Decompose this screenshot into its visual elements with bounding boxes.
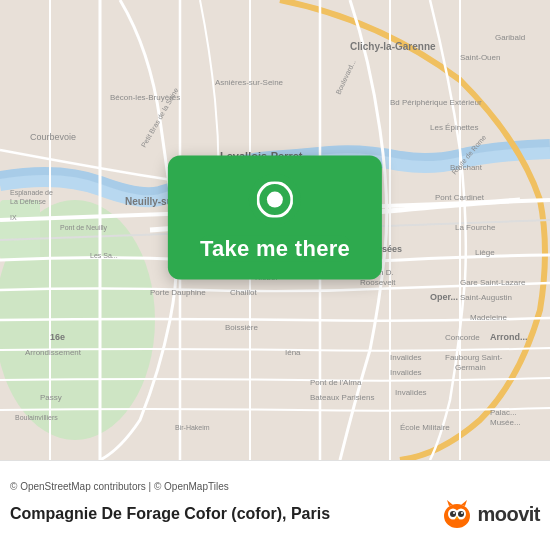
svg-text:Germain: Germain (455, 363, 486, 372)
svg-text:Faubourg Saint-: Faubourg Saint- (445, 353, 503, 362)
svg-text:Liège: Liège (475, 248, 495, 257)
svg-text:Musée...: Musée... (490, 418, 521, 427)
svg-text:Bir-Hakeim: Bir-Hakeim (175, 424, 210, 431)
svg-text:Passy: Passy (40, 393, 62, 402)
svg-text:Pont de Neuilly: Pont de Neuilly (60, 224, 108, 232)
svg-point-67 (267, 192, 283, 208)
svg-text:Chaillot: Chaillot (230, 288, 257, 297)
bottom-info-bar: © OpenStreetMap contributors | © OpenMap… (0, 460, 550, 550)
svg-point-73 (453, 512, 455, 514)
svg-text:Gare Saint-Lazare: Gare Saint-Lazare (460, 278, 526, 287)
svg-text:Concorde: Concorde (445, 333, 480, 342)
svg-text:Les Épinettes: Les Épinettes (430, 123, 478, 132)
svg-text:La Fourche: La Fourche (455, 223, 496, 232)
place-name: Compagnie De Forage Cofor (cofor), Paris (10, 505, 330, 523)
svg-text:16e: 16e (50, 332, 65, 342)
svg-text:Iéna: Iéna (285, 348, 301, 357)
map-attribution: © OpenStreetMap contributors | © OpenMap… (0, 477, 550, 494)
svg-text:Arrondissement: Arrondissement (25, 348, 82, 357)
svg-text:Garibald: Garibald (495, 33, 525, 42)
svg-point-74 (461, 512, 463, 514)
cta-card: Take me there (168, 156, 382, 280)
svg-text:Palac...: Palac... (490, 408, 517, 417)
svg-text:Invalides: Invalides (395, 388, 427, 397)
moovit-owl-icon (441, 498, 473, 530)
svg-text:Asnières-sur-Seine: Asnières-sur-Seine (215, 78, 284, 87)
svg-text:Madeleine: Madeleine (470, 313, 507, 322)
svg-text:Bateaux Parisiens: Bateaux Parisiens (310, 393, 374, 402)
svg-marker-76 (447, 500, 453, 506)
moovit-logo: moovit (441, 498, 540, 530)
svg-text:Boissière: Boissière (225, 323, 258, 332)
svg-point-72 (458, 511, 464, 517)
svg-text:Oper...: Oper... (430, 292, 458, 302)
svg-text:École Militaire: École Militaire (400, 423, 450, 432)
svg-point-71 (450, 511, 456, 517)
svg-text:Saint-Augustin: Saint-Augustin (460, 293, 512, 302)
svg-text:Saint-Ouen: Saint-Ouen (460, 53, 500, 62)
cta-overlay: Take me there (168, 156, 382, 280)
svg-text:IX: IX (10, 214, 17, 221)
moovit-wordmark: moovit (477, 503, 540, 526)
svg-text:Pont Cardinet: Pont Cardinet (435, 193, 485, 202)
svg-text:Les Sa...: Les Sa... (90, 252, 118, 259)
svg-text:La Défense: La Défense (10, 198, 46, 205)
svg-rect-2 (0, 200, 40, 260)
svg-text:Invalides: Invalides (390, 353, 422, 362)
svg-marker-77 (461, 500, 467, 506)
svg-text:Pont de l'Alma: Pont de l'Alma (310, 378, 362, 387)
svg-text:Porte Dauphine: Porte Dauphine (150, 288, 206, 297)
svg-text:Clichy-la-Garenne: Clichy-la-Garenne (350, 41, 436, 52)
location-pin-icon (249, 174, 301, 226)
svg-text:Invalides: Invalides (390, 368, 422, 377)
svg-text:Arrond...: Arrond... (490, 332, 528, 342)
svg-text:Courbevoie: Courbevoie (30, 132, 76, 142)
place-info-row: Compagnie De Forage Cofor (cofor), Paris… (0, 494, 550, 534)
svg-text:Bd Périphérique Extérieur: Bd Périphérique Extérieur (390, 98, 482, 107)
map-view: Courbevoie Bécon-les-Bruyères Asnières-s… (0, 0, 550, 460)
svg-text:Boulainvilliers: Boulainvilliers (15, 414, 58, 421)
take-me-there-button[interactable]: Take me there (200, 236, 350, 262)
svg-text:Esplanade de: Esplanade de (10, 189, 53, 197)
